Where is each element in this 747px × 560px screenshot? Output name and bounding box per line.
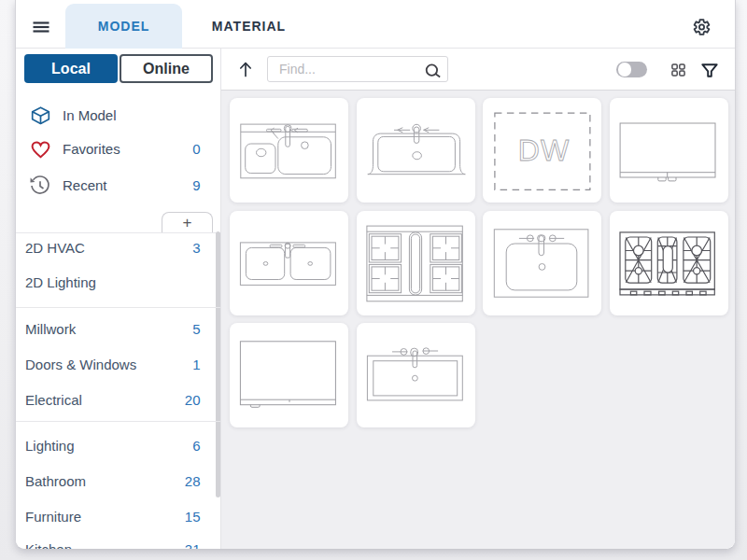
svg-text:DW: DW	[518, 133, 570, 167]
